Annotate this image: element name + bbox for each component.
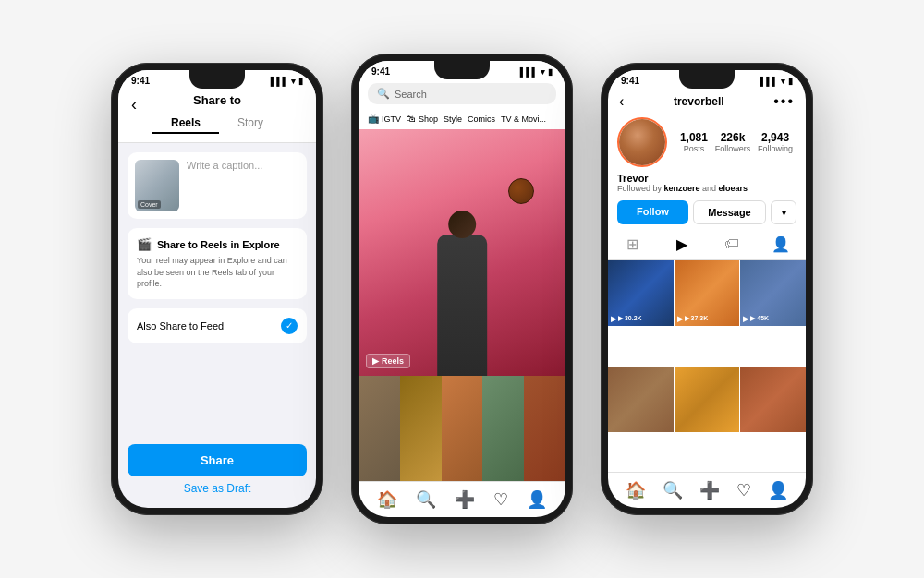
reels-play-icon: ▶ (372, 356, 379, 366)
tab-saved[interactable]: 👤 (757, 230, 807, 259)
time-3: 9:41 (621, 76, 639, 86)
share-button[interactable]: Share (128, 444, 307, 476)
nav-home-feed[interactable]: 🏠 (377, 489, 397, 510)
thumb-1[interactable] (359, 376, 400, 481)
nav-heart-profile[interactable]: ♡ (736, 480, 751, 500)
follow-button[interactable]: Follow (617, 200, 688, 224)
grid-item-4[interactable] (608, 367, 674, 432)
reels-label: Reels (382, 356, 404, 366)
grid-item-6[interactable] (740, 367, 806, 432)
thumb-2[interactable] (400, 376, 442, 481)
nav-search-feed[interactable]: 🔍 (416, 489, 436, 510)
profile-grid: ▶ ▶ 30.2K ▶ ▶ 37.3K ▶ ▶ 45K (608, 260, 806, 472)
time-2: 9:41 (371, 66, 390, 77)
thumb-4[interactable] (482, 376, 524, 481)
option-description: Your reel may appear in Explore and can … (137, 255, 298, 290)
avatar (617, 117, 667, 167)
message-button[interactable]: Message (693, 200, 766, 224)
back-button[interactable]: ‹ (131, 95, 137, 114)
avatar-image (619, 119, 665, 165)
shop-icon: 🛍 (407, 114, 416, 124)
option-title: 🎬 Share to Reels in Explore (137, 237, 298, 251)
tab-reels-profile[interactable]: ▶ (658, 230, 708, 259)
tab-reels[interactable]: Reels (152, 113, 219, 133)
profile-stats: 1,081 Posts 226k Followers 2,943 Followi… (676, 131, 796, 153)
status-icons-3: ▌▌▌ ▾ ▮ (760, 77, 793, 86)
nav-search-profile[interactable]: 🔍 (663, 480, 683, 500)
grid-item-2[interactable]: ▶ ▶ 37.3K (675, 260, 740, 326)
thumb-3[interactable] (442, 376, 483, 481)
chip-label-shop: Shop (419, 114, 438, 124)
grid-item-5[interactable] (675, 367, 740, 432)
chip-tv[interactable]: TV & Movi... (501, 114, 546, 124)
dropdown-button[interactable]: ▾ (771, 200, 796, 224)
share-content: Cover Write a caption... 🎬 Share to Reel… (118, 143, 316, 353)
status-icons-2: ▌▌▌ ▾ ▮ (520, 67, 553, 77)
profile-name-area: Trevor Followed by kenzoere and eloears (608, 173, 806, 197)
share-screen: 9:41 ▌▌▌ ▾ ▮ ‹ Share to Reels Story Cove… (118, 70, 316, 508)
stat-posts: 1,081 Posts (680, 131, 708, 153)
grid-item-1[interactable]: ▶ ▶ 30.2K (608, 260, 674, 326)
profile-header: ‹ trevorbell ••• (608, 88, 806, 114)
reels-icon: 🎬 (137, 237, 152, 251)
search-placeholder: Search (395, 89, 427, 100)
caption-input[interactable]: Write a caption... (187, 160, 299, 171)
tab-story[interactable]: Story (219, 113, 282, 133)
save-draft-button[interactable]: Save as Draft (128, 482, 307, 495)
nav-home-profile[interactable]: 🏠 (626, 480, 646, 500)
video-thumbnail: Cover (135, 160, 179, 211)
search-icon: 🔍 (377, 88, 390, 100)
chip-label-comics: Comics (468, 114, 495, 124)
stat-followers: 226k Followers (715, 131, 751, 153)
chip-comics[interactable]: Comics (468, 114, 495, 124)
share-actions: Share Save as Draft (118, 444, 316, 508)
tab-tagged[interactable]: 🏷 (707, 230, 757, 259)
profile-info: 1,081 Posts 226k Followers 2,943 Followi… (608, 114, 806, 173)
chip-shop[interactable]: 🛍 Shop (407, 114, 438, 124)
nav-add-feed[interactable]: ➕ (455, 489, 475, 510)
tab-grid[interactable]: ⊞ (608, 230, 658, 259)
profile-back-button[interactable]: ‹ (619, 93, 624, 110)
phone-feed: 9:41 ▌▌▌ ▾ ▮ 🔍 Search 📺 IGTV 🛍 Shop (351, 54, 573, 524)
also-share-feed[interactable]: Also Share to Feed ✓ (128, 308, 307, 343)
profile-screen: 9:41 ▌▌▌ ▾ ▮ ‹ trevorbell ••• 1,081 Post… (608, 70, 806, 508)
posts-label: Posts (680, 144, 708, 153)
following-label: Following (758, 144, 793, 153)
status-icons-1: ▌▌▌ ▾ ▮ (271, 77, 303, 86)
share-header: ‹ Share to Reels Story (118, 88, 316, 143)
reel-thumbnails (359, 376, 565, 481)
profile-name: Trevor (617, 173, 796, 184)
followed-by: Followed by kenzoere and eloears (617, 184, 796, 193)
chip-label-style: Style (444, 114, 462, 124)
bottom-nav-feed: 🏠 🔍 ➕ ♡ 👤 (359, 481, 565, 517)
feed-main-content: ▶ Reels (359, 129, 565, 481)
share-tabs: Reels Story (129, 113, 305, 133)
following-count: 2,943 (758, 131, 793, 144)
grid-item-3[interactable]: ▶ ▶ 45K (740, 260, 806, 326)
check-icon: ✓ (281, 318, 298, 334)
more-options-button[interactable]: ••• (773, 93, 795, 110)
chip-label-igtv: IGTV (382, 114, 401, 124)
nav-add-profile[interactable]: ➕ (699, 480, 720, 500)
chip-igtv[interactable]: 📺 IGTV (368, 114, 401, 124)
nav-me-profile[interactable]: 👤 (768, 480, 788, 500)
profile-tab-bar: ⊞ ▶ 🏷 👤 (608, 230, 806, 260)
profile-username: trevorbell (674, 95, 724, 108)
phone-share: 9:41 ▌▌▌ ▾ ▮ ‹ Share to Reels Story Cove… (111, 63, 323, 515)
chip-style[interactable]: Style (444, 114, 462, 124)
search-bar[interactable]: 🔍 Search (359, 78, 565, 110)
bottom-nav-profile: 🏠 🔍 ➕ ♡ 👤 (608, 472, 806, 508)
search-input[interactable]: 🔍 Search (368, 83, 556, 104)
thumb-5[interactable] (524, 376, 565, 481)
play-icon-3: ▶ (743, 315, 748, 323)
time-1: 9:41 (131, 76, 150, 86)
feed-screen: 9:41 ▌▌▌ ▾ ▮ 🔍 Search 📺 IGTV 🛍 Shop (359, 61, 565, 517)
featured-reel[interactable]: ▶ Reels (359, 129, 565, 376)
nav-heart-feed[interactable]: ♡ (493, 489, 508, 510)
share-title: Share to (129, 93, 305, 107)
view-count-3: ▶ ▶ 45K (743, 315, 769, 323)
nav-profile-feed[interactable]: 👤 (527, 489, 547, 510)
view-count-1: ▶ ▶ 30.2K (611, 315, 642, 323)
phone-profile: 9:41 ▌▌▌ ▾ ▮ ‹ trevorbell ••• 1,081 Post… (601, 63, 813, 515)
view-count-2: ▶ ▶ 37.3K (677, 315, 709, 323)
